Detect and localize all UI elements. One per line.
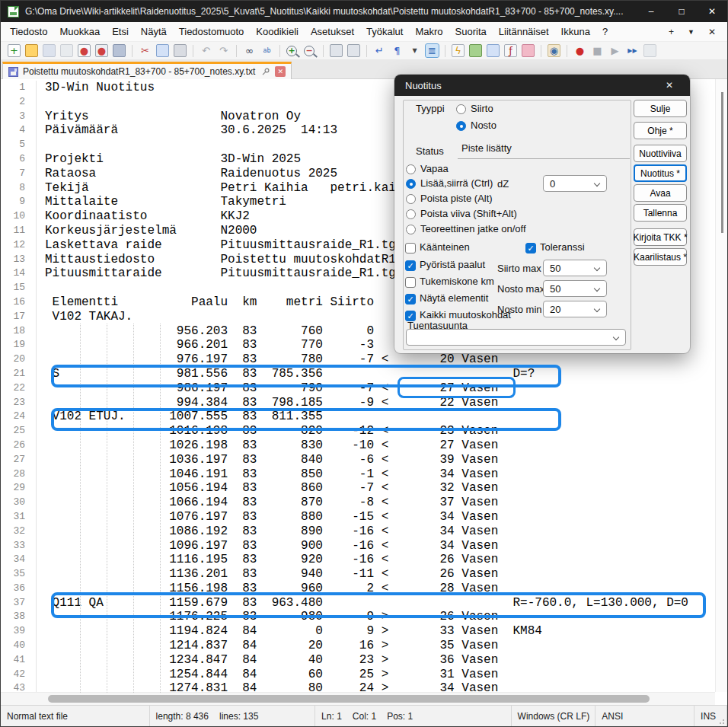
encoding[interactable]: ANSI bbox=[602, 711, 623, 722]
editor-line[interactable]: 38 1176.225 83 980 9 > 26 Vasen bbox=[1, 610, 715, 624]
line-text[interactable]: 1234.847 84 40 23 > 36 Vasen bbox=[36, 653, 715, 668]
line-text[interactable]: 1116.195 83 920 -16 < 26 Vasen bbox=[36, 553, 715, 567]
insert-mode[interactable]: INS bbox=[701, 711, 716, 722]
line-text[interactable]: 1194.824 84 0 9 > 33 Vasen KM84 bbox=[36, 624, 715, 639]
editor-line[interactable]: 39 1194.824 84 0 9 > 33 Vasen KM84 bbox=[1, 624, 715, 639]
menu-item-tiedosto[interactable]: Tiedosto bbox=[4, 22, 53, 42]
tallenna-button[interactable]: Tallenna bbox=[634, 204, 687, 222]
find-icon[interactable]: ∞ bbox=[243, 44, 256, 57]
tab-close-icon[interactable]: ✕ bbox=[275, 66, 286, 77]
editor-line[interactable]: 34 1116.195 83 920 -16 < 26 Vasen bbox=[1, 553, 715, 567]
replace-icon[interactable]: ab bbox=[260, 44, 273, 57]
tuentasuunta-combo[interactable] bbox=[406, 329, 626, 346]
macro-stop-icon[interactable]: ■ bbox=[591, 44, 604, 57]
teoreettinen-jatke-radio[interactable] bbox=[406, 225, 416, 234]
line-text[interactable]: 1156.198 83 960 2 < 28 Vasen bbox=[36, 582, 715, 596]
document-list-icon[interactable] bbox=[487, 44, 500, 57]
folder-workspace-icon[interactable] bbox=[522, 44, 535, 57]
siirto-max-combo[interactable]: 50 bbox=[543, 260, 607, 276]
new-tab-plus-icon[interactable]: + bbox=[662, 27, 681, 37]
line-text[interactable]: 1274.831 84 80 24 > 34 Vasen bbox=[36, 681, 715, 692]
toleranssi-checkbox[interactable] bbox=[525, 243, 536, 253]
line-text[interactable]: 994.384 83 798.185 -9 < 22 Vasen bbox=[36, 396, 715, 410]
editor-line[interactable]: 27 1036.197 83 840 -6 < 39 Vasen bbox=[1, 453, 715, 467]
vertical-scrollbar[interactable] bbox=[715, 79, 727, 692]
nosto-radio[interactable] bbox=[456, 121, 466, 131]
maximize-button[interactable]: □ bbox=[666, 1, 697, 22]
dialog-title-bar[interactable]: Nuotitus bbox=[394, 75, 690, 96]
line-text[interactable]: 1016.198 83 820 -12 < 23 Vasen bbox=[36, 424, 715, 438]
menu-item-näytä[interactable]: Näytä bbox=[135, 22, 173, 42]
line-text[interactable]: 1176.225 83 980 9 > 26 Vasen bbox=[36, 610, 715, 624]
editor-line[interactable]: 22 986.197 83 790 -7 < 27 Vasen bbox=[1, 381, 715, 396]
kirjoita-tkk-button[interactable]: Kirjoita TKK * bbox=[634, 228, 687, 246]
editor-line[interactable]: 31 1076.197 83 880 -15 < 34 Vasen bbox=[1, 510, 715, 525]
menu-item-työkalut[interactable]: Työkalut bbox=[360, 22, 409, 42]
lisaa-siirra-radio[interactable] bbox=[406, 179, 416, 189]
line-text[interactable]: 1046.191 83 850 -1 < 34 Vasen bbox=[36, 467, 715, 482]
sync-vertical-scroll-icon[interactable] bbox=[330, 44, 343, 57]
kaanteinen-checkbox[interactable] bbox=[405, 243, 416, 253]
editor-line[interactable]: 35 1136.201 83 940 -11 < 26 Vasen bbox=[1, 567, 715, 582]
editor-line[interactable]: 37 Q111 QA 1159.679 83 963.480 R=-760.0,… bbox=[1, 596, 715, 611]
line-text[interactable]: 986.197 83 790 -7 < 27 Vasen bbox=[36, 381, 715, 396]
close-button[interactable]: ✕ bbox=[697, 1, 727, 22]
menu-item-muokkaa[interactable]: Muokkaa bbox=[53, 22, 106, 42]
menu-item-etsi[interactable]: Etsi bbox=[106, 22, 135, 42]
print-icon[interactable] bbox=[113, 44, 126, 57]
lightning-doc-icon[interactable]: ϟ bbox=[452, 44, 465, 57]
line-text[interactable]: V102 ETUJ. 1007.555 83 811.355 bbox=[36, 410, 715, 424]
pin-icon[interactable] bbox=[261, 67, 270, 76]
line-text[interactable]: 1056.194 83 860 -7 < 32 Vasen bbox=[36, 481, 715, 496]
line-text[interactable]: 1076.197 83 880 -15 < 34 Vasen bbox=[36, 510, 715, 525]
macro-save-icon[interactable] bbox=[643, 44, 656, 57]
nayta-elementit-checkbox[interactable] bbox=[405, 294, 416, 305]
nuottiviiva-button[interactable]: Nuottiviiva bbox=[634, 145, 687, 162]
tukemiskone-checkbox[interactable] bbox=[405, 277, 416, 288]
kaarilistaus-button[interactable]: Kaarilistaus * bbox=[634, 248, 687, 266]
editor-line[interactable]: 28 1046.191 83 850 -1 < 34 Vasen bbox=[1, 467, 715, 482]
editor-line[interactable]: 25 1016.198 83 820 -12 < 23 Vasen bbox=[1, 424, 715, 438]
close-tab-icon[interactable]: ✕ bbox=[701, 27, 723, 37]
editor-line[interactable]: 30 1066.194 83 870 -8 < 37 Vasen bbox=[1, 496, 715, 510]
editor-line[interactable]: 21 S 981.556 83 785.356 D=? bbox=[1, 367, 715, 381]
line-text[interactable]: 1026.198 83 830 -10 < 27 Vasen bbox=[36, 438, 715, 453]
line-text[interactable]: Q111 QA 1159.679 83 963.480 R=-760.0, L=… bbox=[36, 596, 715, 611]
indent-guide-icon[interactable]: ≣ bbox=[426, 44, 439, 57]
dialog-close-icon[interactable]: ✕ bbox=[658, 75, 681, 96]
vertical-scrollbar-thumb[interactable] bbox=[721, 92, 723, 233]
poista-piste-radio[interactable] bbox=[406, 194, 416, 204]
line-text[interactable]: 1214.837 84 20 16 > 35 Vasen bbox=[36, 639, 715, 653]
editor-line[interactable]: 41 1234.847 84 40 23 > 36 Vasen bbox=[1, 653, 715, 668]
macro-run-multiple-icon[interactable]: ▶▶ bbox=[626, 44, 639, 57]
editor-line[interactable]: 24 V102 ETUJ. 1007.555 83 811.355 bbox=[1, 410, 715, 424]
eol-format[interactable]: Windows (CR LF) bbox=[518, 711, 590, 722]
nuotitus-button[interactable]: Nuotitus * bbox=[634, 164, 687, 182]
active-tab[interactable]: Poistettu muutoskohdatR1_83+700 - 85+700… bbox=[2, 62, 292, 79]
new-file-icon[interactable]: + bbox=[8, 44, 21, 57]
save-icon[interactable] bbox=[43, 44, 56, 57]
zoom-in-icon[interactable]: + bbox=[286, 46, 297, 56]
editor-line[interactable]: 29 1056.194 83 860 -7 < 32 Vasen bbox=[1, 481, 715, 496]
line-text[interactable]: 1136.201 83 940 -11 < 26 Vasen bbox=[36, 567, 715, 582]
editor-line[interactable]: 42 1254.844 84 60 25 > 31 Vasen bbox=[1, 668, 715, 682]
close-file-icon[interactable]: ● bbox=[78, 44, 91, 57]
line-text[interactable]: S 981.556 83 785.356 D=? bbox=[36, 367, 715, 381]
editor-line[interactable]: 36 1156.198 83 960 2 < 28 Vasen bbox=[1, 582, 715, 596]
copy-icon[interactable] bbox=[156, 44, 169, 57]
vapaa-radio[interactable] bbox=[406, 164, 416, 174]
document-map-icon[interactable] bbox=[469, 44, 482, 57]
tab-list-chevron-icon[interactable]: ▼ bbox=[681, 28, 701, 36]
editor-line[interactable]: 43 1274.831 84 80 24 > 34 Vasen bbox=[1, 681, 715, 692]
menu-item-tiedostomuoto[interactable]: Tiedostomuoto bbox=[173, 22, 251, 42]
nosto-min-combo[interactable]: 20 bbox=[543, 301, 607, 317]
line-text[interactable]: 1036.197 83 840 -6 < 39 Vasen bbox=[36, 453, 715, 467]
line-text[interactable]: 1066.194 83 870 -8 < 37 Vasen bbox=[36, 496, 715, 510]
save-all-icon[interactable] bbox=[60, 44, 73, 57]
siirto-radio[interactable] bbox=[456, 104, 466, 114]
editor-line[interactable]: 33 1096.197 83 900 -16 < 34 Vasen bbox=[1, 539, 715, 553]
dz-combo[interactable]: 0 bbox=[543, 175, 607, 192]
editor-line[interactable]: 23 994.384 83 798.185 -9 < 22 Vasen bbox=[1, 396, 715, 410]
editor-line[interactable]: 20 976.197 83 780 -7 < 20 Vasen bbox=[1, 352, 715, 367]
nosto-max-combo[interactable]: 50 bbox=[543, 280, 607, 297]
